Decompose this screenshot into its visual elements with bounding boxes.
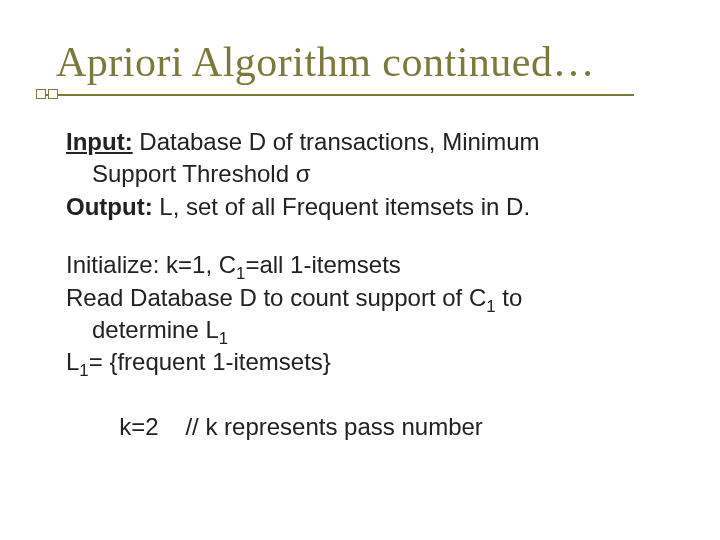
input-label: Input: [66,128,133,155]
determine-line: determine L1 [92,314,672,346]
output-label: Output: [66,193,153,220]
square-icon [36,89,46,99]
text: =all 1-itemsets [245,251,400,278]
text: = {frequent 1-itemsets} [89,348,331,375]
k2-line: k=2 // k represents pass number [66,379,672,476]
subscript: 1 [79,361,88,380]
input-text: Database D of transactions, Minimum [133,128,540,155]
subscript: 1 [219,329,228,348]
output-line: Output: L, set of all Frequent itemsets … [66,191,672,223]
input-line: Input: Database D of transactions, Minim… [66,126,672,191]
subscript: 1 [486,296,495,315]
slide-body: Input: Database D of transactions, Minim… [66,126,672,476]
text: k=2 // k represents pass number [119,413,483,440]
algo-block: Initialize: k=1, C1=all 1-itemsets Read … [66,249,672,476]
output-text: L, set of all Frequent itemsets in D. [153,193,531,220]
init-line: Initialize: k=1, C1=all 1-itemsets [66,249,672,281]
l1-line: L1= {frequent 1-itemsets} [66,346,672,378]
title-rule [56,92,672,100]
square-icon [48,89,58,99]
rule-line [36,94,634,96]
input-text-2: Support Threshold σ [92,158,672,190]
slide: Apriori Algorithm continued… Input: Data… [0,0,720,540]
read-line: Read Database D to count support of C1 t… [66,282,672,347]
text: Read Database D to count support of C [66,284,486,311]
io-block: Input: Database D of transactions, Minim… [66,126,672,223]
text: determine L [92,316,219,343]
text: L [66,348,79,375]
slide-title: Apriori Algorithm continued… [56,38,672,86]
text: to [496,284,523,311]
text: Initialize: k=1, C [66,251,236,278]
